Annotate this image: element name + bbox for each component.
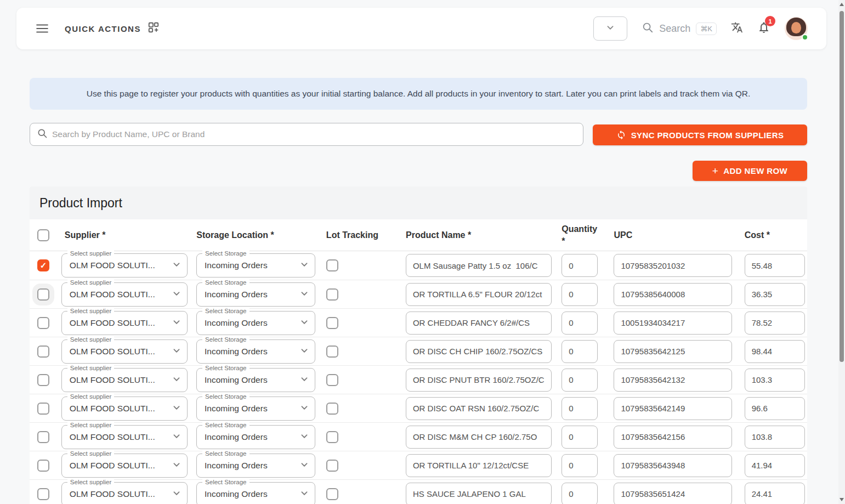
supplier-select[interactable]: Select supplier OLM FOOD SOLUTI... <box>61 311 188 335</box>
page-scrollbar[interactable] <box>838 0 845 504</box>
quantity-input[interactable] <box>562 283 598 306</box>
upc-input[interactable] <box>614 369 732 392</box>
sync-products-button[interactable]: SYNC PRODUCTS FROM SUPPLIERS <box>593 124 807 145</box>
storage-select[interactable]: Select Storage Incoming Orders <box>196 339 315 364</box>
lot-tracking-checkbox[interactable] <box>326 346 338 358</box>
row-select-checkbox[interactable] <box>37 346 49 358</box>
chevron-down-icon <box>171 458 183 473</box>
supplier-select-label: Select supplier <box>67 279 114 286</box>
product-name-input[interactable] <box>406 426 552 449</box>
user-avatar[interactable] <box>785 17 808 40</box>
lot-tracking-checkbox[interactable] <box>326 259 338 271</box>
lot-tracking-checkbox[interactable] <box>326 431 338 443</box>
storage-select-label: Select Storage <box>202 250 249 257</box>
supplier-select[interactable]: Select supplier OLM FOOD SOLUTI... <box>61 454 188 478</box>
add-new-row-button[interactable]: + ADD NEW ROW <box>693 161 807 181</box>
row-select-checkbox[interactable] <box>37 259 49 271</box>
product-name-input[interactable] <box>406 483 552 504</box>
cost-input[interactable] <box>745 369 805 392</box>
row-select-checkbox[interactable] <box>37 288 49 301</box>
translate-icon[interactable] <box>731 21 743 36</box>
storage-select-value: Incoming Orders <box>205 432 268 442</box>
upc-input[interactable] <box>614 283 732 306</box>
supplier-select[interactable]: Select supplier OLM FOOD SOLUTI... <box>61 339 188 364</box>
upc-input[interactable] <box>614 397 732 420</box>
row-select-checkbox[interactable] <box>37 431 49 443</box>
cost-input[interactable] <box>745 483 805 504</box>
product-name-input[interactable] <box>406 283 552 306</box>
supplier-select[interactable]: Select supplier OLM FOOD SOLUTI... <box>61 253 188 278</box>
scrollbar-thumb[interactable] <box>840 11 844 362</box>
lot-tracking-checkbox[interactable] <box>326 374 338 386</box>
row-select-checkbox[interactable] <box>37 374 49 386</box>
upc-input[interactable] <box>614 254 732 277</box>
page-title: Product Import <box>30 186 807 219</box>
quantity-input[interactable] <box>562 254 598 277</box>
storage-select[interactable]: Select Storage Incoming Orders <box>196 311 315 335</box>
cost-input[interactable] <box>745 340 805 363</box>
cost-input[interactable] <box>745 397 805 420</box>
supplier-select[interactable]: Select supplier OLM FOOD SOLUTI... <box>61 397 188 421</box>
product-name-input[interactable] <box>406 312 552 335</box>
row-select-checkbox[interactable] <box>37 317 49 329</box>
supplier-select-label: Select supplier <box>67 479 114 486</box>
notifications-button[interactable]: 1 <box>757 21 770 36</box>
scrollbar-down-arrow[interactable] <box>840 498 844 501</box>
chevron-down-icon <box>171 401 183 416</box>
storage-select[interactable]: Select Storage Incoming Orders <box>196 482 315 504</box>
lot-tracking-checkbox[interactable] <box>326 403 338 415</box>
row-select-checkbox[interactable] <box>37 403 49 415</box>
product-name-input[interactable] <box>406 397 552 420</box>
quantity-input[interactable] <box>562 397 598 420</box>
lot-tracking-checkbox[interactable] <box>326 317 338 329</box>
storage-select-value: Incoming Orders <box>205 347 268 356</box>
storage-select[interactable]: Select Storage Incoming Orders <box>196 425 315 449</box>
upc-input[interactable] <box>614 312 732 335</box>
select-all-checkbox[interactable] <box>37 229 49 241</box>
scrollbar-up-arrow[interactable] <box>840 3 844 6</box>
supplier-select-label: Select supplier <box>67 422 114 429</box>
row-select-checkbox[interactable] <box>37 460 49 472</box>
row-select-checkbox[interactable] <box>37 488 49 500</box>
quantity-input[interactable] <box>562 454 598 477</box>
upc-input[interactable] <box>614 340 732 363</box>
storage-select[interactable]: Select Storage Incoming Orders <box>196 454 315 478</box>
product-search-input[interactable] <box>52 129 576 139</box>
product-name-input[interactable] <box>406 454 552 477</box>
product-name-input[interactable] <box>406 369 552 392</box>
workspace-select[interactable] <box>593 16 627 41</box>
hamburger-menu-icon[interactable] <box>35 21 49 36</box>
storage-select[interactable]: Select Storage Incoming Orders <box>196 282 315 307</box>
cost-input[interactable] <box>745 283 805 306</box>
cost-input[interactable] <box>745 426 805 449</box>
product-name-input[interactable] <box>406 340 552 363</box>
global-search[interactable]: Search ⌘K <box>642 21 717 36</box>
quantity-input[interactable] <box>562 426 598 449</box>
cost-input[interactable] <box>745 454 805 477</box>
supplier-select[interactable]: Select supplier OLM FOOD SOLUTI... <box>61 482 188 504</box>
table-header-row: Supplier * Storage Location * Lot Tracki… <box>30 219 807 251</box>
supplier-select[interactable]: Select supplier OLM FOOD SOLUTI... <box>61 282 188 307</box>
storage-select-label: Select Storage <box>202 336 249 343</box>
supplier-select[interactable]: Select supplier OLM FOOD SOLUTI... <box>61 425 188 449</box>
quantity-input[interactable] <box>562 369 598 392</box>
storage-select[interactable]: Select Storage Incoming Orders <box>196 368 315 392</box>
upc-input[interactable] <box>614 454 732 477</box>
upc-input[interactable] <box>614 426 732 449</box>
cost-input[interactable] <box>745 312 805 335</box>
quick-actions-button[interactable]: QUICK ACTIONS <box>65 21 160 36</box>
lot-tracking-checkbox[interactable] <box>326 288 338 301</box>
storage-select[interactable]: Select Storage Incoming Orders <box>196 397 315 421</box>
supplier-select[interactable]: Select supplier OLM FOOD SOLUTI... <box>61 368 188 392</box>
lot-tracking-checkbox[interactable] <box>326 460 338 472</box>
upc-input[interactable] <box>614 483 732 504</box>
quantity-input[interactable] <box>562 483 598 504</box>
header-product-name: Product Name * <box>406 230 471 240</box>
quantity-input[interactable] <box>562 312 598 335</box>
table-body: Select supplier OLM FOOD SOLUTI... Selec… <box>30 251 807 504</box>
quantity-input[interactable] <box>562 340 598 363</box>
cost-input[interactable] <box>745 254 805 277</box>
product-name-input[interactable] <box>406 254 552 277</box>
lot-tracking-checkbox[interactable] <box>326 488 338 500</box>
storage-select[interactable]: Select Storage Incoming Orders <box>196 253 315 278</box>
